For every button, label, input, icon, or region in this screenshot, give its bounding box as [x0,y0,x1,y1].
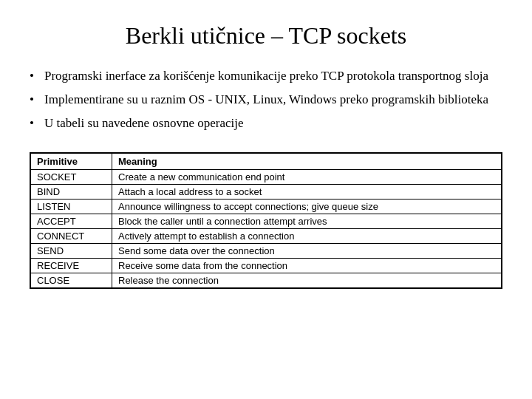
table-cell-primitive: CONNECT [31,229,112,244]
table-row: ACCEPTBlock the caller until a connectio… [31,214,502,229]
table-cell-primitive: ACCEPT [31,214,112,229]
bullet-item-2: Implementirane su u raznim OS - UNIX, Li… [30,91,502,109]
table-cell-primitive: SEND [31,244,112,259]
bullet-item-1: Programski inerface za korišćenje komuni… [30,67,502,85]
table-cell-meaning: Send some data over the connection [112,244,502,259]
table-cell-meaning: Create a new communication end point [112,170,502,185]
table-cell-meaning: Announce willingness to accept connectio… [112,200,502,214]
table-cell-meaning: Receive some data from the connection [112,259,502,273]
table-row: RECEIVEReceive some data from the connec… [31,259,502,273]
table-row: SOCKETCreate a new communication end poi… [31,170,502,185]
table-row: LISTENAnnounce willingness to accept con… [31,200,502,214]
table-cell-primitive: RECEIVE [31,259,112,273]
table-cell-meaning: Attach a local address to a socket [112,185,502,200]
primitives-table: Primitive Meaning SOCKETCreate a new com… [30,153,502,288]
table-cell-meaning: Actively attempt to establish a connecti… [112,229,502,244]
primitives-table-wrapper: Primitive Meaning SOCKETCreate a new com… [30,152,502,289]
slide: Berkli utičnice – TCP sockets Programski… [0,0,532,399]
table-cell-primitive: SOCKET [31,170,112,185]
table-cell-primitive: CLOSE [31,273,112,288]
table-cell-meaning: Block the caller until a connection atte… [112,214,502,229]
table-row: CONNECTActively attempt to establish a c… [31,229,502,244]
col-header-meaning: Meaning [112,154,502,170]
col-header-primitive: Primitive [31,154,112,170]
table-cell-meaning: Release the connection [112,273,502,288]
bullet-item-3: U tabeli su navedene osnovne operacije [30,115,502,132]
table-row: SENDSend some data over the connection [31,244,502,259]
slide-title: Berkli utičnice – TCP sockets [30,22,502,50]
bullet-list: Programski inerface za korišćenje komuni… [30,67,502,132]
table-body: SOCKETCreate a new communication end poi… [31,170,502,288]
table-cell-primitive: LISTEN [31,200,112,214]
table-row: BINDAttach a local address to a socket [31,185,502,200]
table-header-row: Primitive Meaning [31,154,502,170]
table-row: CLOSERelease the connection [31,273,502,288]
table-cell-primitive: BIND [31,185,112,200]
